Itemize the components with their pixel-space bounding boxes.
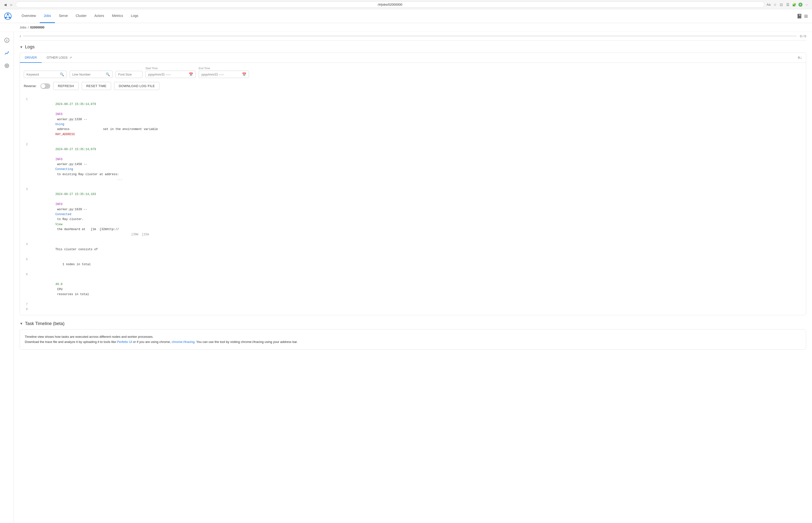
task-timeline-section: ▼ Task Timeline (beta) Timeline view sho… xyxy=(20,321,806,350)
line-number-group: 🔍 xyxy=(70,71,113,78)
log-text-1: 2024-08-27 15:35:14,079 INFO worker.py:1… xyxy=(31,97,802,142)
nav-items: Overview Jobs Serve Cluster Actors Metri… xyxy=(18,9,142,23)
refresh-button[interactable]: REFRESH xyxy=(53,82,79,90)
line-number-input[interactable] xyxy=(72,73,104,76)
svg-point-11 xyxy=(8,52,9,53)
sort-icon[interactable]: ≡↓ xyxy=(794,53,806,62)
timeline-pre: Download the trace file and analyze it b… xyxy=(25,340,117,344)
log-text-2: 2024-08-27 15:35:14,079 INFO worker.py:1… xyxy=(31,142,802,187)
timeline-title: Task Timeline (beta) xyxy=(25,321,64,326)
breadcrumb-current: 02000000 xyxy=(30,25,44,29)
keyword-input-wrap: 🔍 xyxy=(24,71,67,78)
tab-other-logs[interactable]: OTHER LOGS ↗ xyxy=(42,53,77,63)
tab-other-logs-label: OTHER LOGS xyxy=(47,56,68,59)
content-area: › 0 / 0 ▼ Logs DRIVER OTHER LOGS ↗ ≡↓ xyxy=(14,32,812,523)
log-line-1: 1 2024-08-27 15:35:14,079 INFO worker.py… xyxy=(24,97,802,142)
logs-section: ▼ Logs DRIVER OTHER LOGS ↗ ≡↓ xyxy=(20,44,806,315)
panel-icon[interactable]: ⊞ xyxy=(804,14,808,18)
chrome-tracing-link[interactable]: chrome://tracing xyxy=(172,340,195,344)
svg-line-6 xyxy=(6,14,8,18)
nav-metrics[interactable]: Metrics xyxy=(108,9,127,23)
svg-line-7 xyxy=(8,14,10,18)
extension-icon[interactable]: 🧩 xyxy=(792,2,796,7)
perfetto-link[interactable]: Perfetto UI xyxy=(117,340,132,344)
sidebar-info-icon[interactable]: i xyxy=(2,36,11,44)
end-time-input[interactable] xyxy=(201,73,241,76)
browser-bar: ◀ ▶ /#/jobs/02000000 Aa ☆ ⊡ ☰ 🧩 R ··· xyxy=(0,0,812,9)
line-number-search-icon: 🔍 xyxy=(106,72,110,76)
nav-logs[interactable]: Logs xyxy=(127,9,142,23)
more-menu-icon[interactable]: ··· xyxy=(805,2,809,7)
line-num-6: 6 xyxy=(24,272,28,302)
log-line-4: 4 This cluster consists of xyxy=(24,242,802,257)
external-link-icon: ↗ xyxy=(69,56,72,59)
url-bar[interactable]: /#/jobs/02000000 xyxy=(16,1,764,7)
timeline-mid: or if you are using chrome, xyxy=(132,340,172,344)
line-num-4: 4 xyxy=(24,242,28,257)
keyword-input[interactable] xyxy=(26,73,58,76)
log-line-6: 6 48.0 CPU resources in total xyxy=(24,272,802,302)
reading-list-icon[interactable]: ☰ xyxy=(786,2,790,7)
end-time-input-wrap: 📅 xyxy=(199,71,249,78)
line-num-5: 5 xyxy=(24,257,28,272)
logs-tabs: DRIVER OTHER LOGS ↗ ≡↓ xyxy=(20,53,806,63)
reverse-label: Reverse: xyxy=(24,84,37,88)
notebook-icon[interactable]: 📓 xyxy=(797,14,802,18)
font-size-input[interactable] xyxy=(115,71,143,78)
nav-cluster[interactable]: Cluster xyxy=(72,9,91,23)
nav-back-icon[interactable]: ◀ xyxy=(3,2,7,7)
font-icon[interactable]: Aa xyxy=(767,2,771,7)
logo[interactable] xyxy=(4,12,12,20)
scroll-track[interactable] xyxy=(23,35,797,37)
start-time-group: Start Time 📅 xyxy=(145,67,196,78)
nav-jobs[interactable]: Jobs xyxy=(40,9,55,23)
line-number-input-wrap: 🔍 xyxy=(70,71,113,78)
log-text-6: 48.0 CPU resources in total xyxy=(31,272,802,302)
breadcrumb-jobs-link[interactable]: Jobs xyxy=(20,25,26,29)
tab-driver[interactable]: DRIVER xyxy=(20,53,42,63)
reset-time-button[interactable]: RESET TIME xyxy=(82,82,111,90)
logs-collapse-icon: ▼ xyxy=(20,45,23,49)
logs-title: Logs xyxy=(25,44,35,50)
main-layout: i › 0 / 0 ▼ Logs xyxy=(0,32,812,523)
end-time-label: End Time xyxy=(199,67,249,70)
action-row: Reverse: REFRESH RESET TIME DOWNLOAD LOG… xyxy=(20,82,806,94)
log-text-8 xyxy=(31,307,802,312)
nav-actors[interactable]: Actors xyxy=(91,9,108,23)
line-num-3: 3 xyxy=(24,187,28,242)
timeline-post: . You can use the tool by visiting chrom… xyxy=(195,340,298,344)
logs-section-header[interactable]: ▼ Logs xyxy=(20,44,806,50)
end-time-group: End Time 📅 xyxy=(199,67,249,78)
profile-icon[interactable]: R xyxy=(798,2,803,7)
keyword-search-icon: 🔍 xyxy=(60,72,64,76)
breadcrumb-separator: / xyxy=(28,25,29,29)
page-count: 0 / 0 xyxy=(800,34,806,38)
timeline-card: Timeline view shows how tasks are execut… xyxy=(20,329,806,350)
svg-text:i: i xyxy=(6,39,7,42)
split-view-icon[interactable]: ⊡ xyxy=(779,2,783,7)
scroll-chevron-icon[interactable]: › xyxy=(20,34,21,38)
end-time-calendar-icon[interactable]: 📅 xyxy=(242,72,246,76)
bookmark-star-icon[interactable]: ☆ xyxy=(773,2,777,7)
start-time-input[interactable] xyxy=(148,73,187,76)
sidebar-target-icon[interactable] xyxy=(2,61,11,70)
log-text-4: This cluster consists of xyxy=(31,242,802,257)
nav-bar: Overview Jobs Serve Cluster Actors Metri… xyxy=(0,9,812,23)
download-log-button[interactable]: DOWNLOAD LOG FILE xyxy=(114,82,160,90)
nav-forward-icon[interactable]: ▶ xyxy=(9,2,14,7)
svg-point-14 xyxy=(6,66,7,66)
reverse-toggle[interactable] xyxy=(40,84,50,89)
timeline-desc-2: Download the trace file and analyze it b… xyxy=(25,340,801,345)
nav-serve[interactable]: Serve xyxy=(55,9,72,23)
sidebar-chart-icon[interactable] xyxy=(2,49,11,57)
svg-text:R: R xyxy=(799,3,801,6)
start-time-calendar-icon[interactable]: 📅 xyxy=(189,72,193,76)
timeline-section-header[interactable]: ▼ Task Timeline (beta) xyxy=(20,321,806,326)
start-time-input-wrap: 📅 xyxy=(145,71,196,78)
nav-overview[interactable]: Overview xyxy=(18,9,40,23)
toggle-knob xyxy=(41,84,45,88)
logs-card: DRIVER OTHER LOGS ↗ ≡↓ 🔍 xyxy=(20,53,806,315)
log-line-8: 8 xyxy=(24,307,802,312)
line-num-7: 7 xyxy=(24,302,28,307)
scroll-area: › 0 / 0 xyxy=(20,32,806,40)
